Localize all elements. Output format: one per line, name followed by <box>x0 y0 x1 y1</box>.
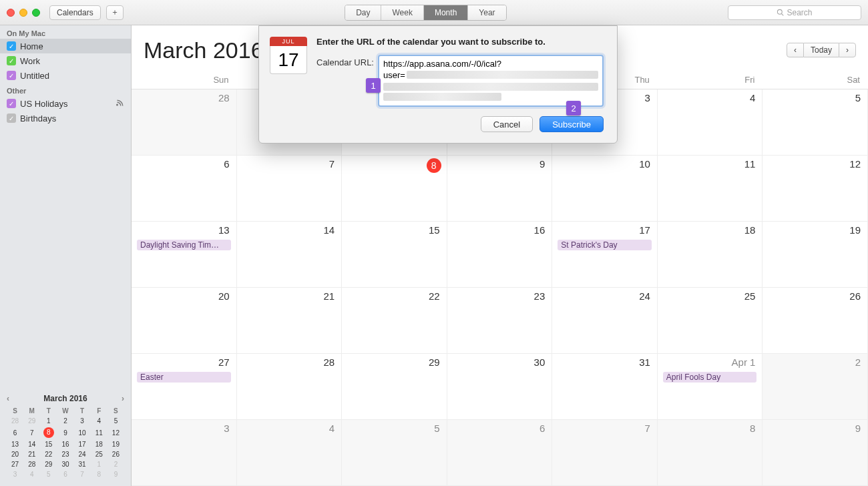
day-cell[interactable]: 11 <box>658 156 763 222</box>
day-cell[interactable]: 16 <box>447 222 553 288</box>
mini-prev-month[interactable]: ‹ <box>7 394 9 403</box>
day-cell[interactable]: 20 <box>132 288 237 354</box>
day-cell[interactable]: 19 <box>763 222 868 288</box>
calendar-url-input[interactable]: https://app.asana.com/-/0/ical? user= <box>378 55 604 107</box>
mini-day[interactable]: 27 <box>7 459 23 469</box>
mini-day[interactable]: 21 <box>23 449 40 459</box>
day-cell[interactable]: 7 <box>237 156 343 222</box>
mini-day[interactable]: 5 <box>107 416 124 426</box>
mini-day[interactable]: 19 <box>107 439 124 449</box>
view-week[interactable]: Week <box>381 5 423 20</box>
sidebar-item-home[interactable]: ✓Home <box>0 39 131 53</box>
search-input[interactable]: Search <box>728 5 861 20</box>
day-cell[interactable]: 17St Patrick's Day <box>552 222 658 288</box>
day-cell[interactable]: 9 <box>763 420 868 486</box>
day-cell[interactable]: 8 <box>342 156 447 222</box>
calendar-checkbox[interactable]: ✓ <box>7 99 16 108</box>
mini-day[interactable]: 23 <box>57 449 73 459</box>
day-cell[interactable]: 22 <box>342 288 447 354</box>
mini-next-month[interactable]: › <box>122 394 124 403</box>
prev-month-button[interactable]: ‹ <box>787 43 804 57</box>
calendar-checkbox[interactable]: ✓ <box>7 71 16 80</box>
mini-day[interactable]: 11 <box>91 426 107 439</box>
day-cell[interactable]: 27Easter <box>132 354 237 420</box>
next-month-button[interactable]: › <box>839 43 856 57</box>
mini-day[interactable]: 1 <box>91 459 107 469</box>
mini-day[interactable]: 18 <box>91 439 107 449</box>
calendar-checkbox[interactable]: ✓ <box>7 113 16 123</box>
day-cell[interactable]: 28 <box>132 89 237 156</box>
mini-day[interactable]: 9 <box>57 426 73 439</box>
day-cell[interactable]: 30 <box>447 354 553 420</box>
mini-day[interactable]: 5 <box>40 469 57 479</box>
day-cell[interactable]: 2 <box>763 354 868 420</box>
mini-day[interactable]: 17 <box>74 439 91 449</box>
mini-day[interactable]: 6 <box>7 426 23 439</box>
zoom-button[interactable] <box>32 9 40 17</box>
mini-day[interactable]: 4 <box>23 469 40 479</box>
mini-day[interactable]: 10 <box>74 426 91 439</box>
day-cell[interactable]: 12 <box>763 156 868 222</box>
mini-day[interactable]: 29 <box>23 416 40 426</box>
calendar-checkbox[interactable]: ✓ <box>7 41 16 51</box>
mini-day[interactable]: 7 <box>74 469 91 479</box>
view-year[interactable]: Year <box>468 5 505 20</box>
day-cell[interactable]: 18 <box>658 222 763 288</box>
day-cell[interactable]: 4 <box>658 89 763 156</box>
minimize-button[interactable] <box>19 9 27 17</box>
day-cell[interactable]: 31 <box>552 354 658 420</box>
mini-day[interactable]: 8 <box>91 469 107 479</box>
sidebar-item-us-holidays[interactable]: ✓US Holidays <box>0 96 131 111</box>
day-cell[interactable]: 13Daylight Saving Tim… <box>132 222 237 288</box>
day-cell[interactable]: 29 <box>342 354 447 420</box>
day-cell[interactable]: 6 <box>132 156 237 222</box>
mini-day[interactable]: 20 <box>7 449 23 459</box>
mini-day[interactable]: 28 <box>23 459 40 469</box>
view-day[interactable]: Day <box>345 5 381 20</box>
day-cell[interactable]: 24 <box>552 288 658 354</box>
day-cell[interactable]: 4 <box>237 420 343 486</box>
month-grid[interactable]: 282912345678910111213Daylight Saving Tim… <box>132 89 868 486</box>
day-cell[interactable]: 5 <box>763 89 868 156</box>
day-cell[interactable]: 9 <box>447 156 553 222</box>
event-chip[interactable]: Easter <box>137 372 231 383</box>
subscribe-button[interactable]: Subscribe <box>539 116 604 132</box>
event-chip[interactable]: Daylight Saving Tim… <box>137 240 231 250</box>
calendar-checkbox[interactable]: ✓ <box>7 56 16 65</box>
mini-day[interactable]: 31 <box>74 459 91 469</box>
mini-day[interactable]: 25 <box>91 449 107 459</box>
mini-day[interactable]: 2 <box>107 459 124 469</box>
day-cell[interactable]: 7 <box>552 420 658 486</box>
mini-day[interactable]: 14 <box>23 439 40 449</box>
mini-day[interactable]: 6 <box>57 469 73 479</box>
mini-day[interactable]: 3 <box>74 416 91 426</box>
mini-day[interactable]: 1 <box>40 416 57 426</box>
mini-day[interactable]: 28 <box>7 416 23 426</box>
mini-day[interactable]: 7 <box>23 426 40 439</box>
today-button[interactable]: Today <box>804 43 839 57</box>
mini-day[interactable]: 4 <box>91 416 107 426</box>
mini-day[interactable]: 9 <box>107 469 124 479</box>
day-cell[interactable]: 26 <box>763 288 868 354</box>
day-cell[interactable]: 3 <box>132 420 237 486</box>
day-cell[interactable]: 21 <box>237 288 343 354</box>
mini-day[interactable]: 8 <box>40 426 57 439</box>
mini-day[interactable]: 16 <box>57 439 73 449</box>
add-event-button[interactable]: ＋ <box>106 5 124 20</box>
mini-day[interactable]: 29 <box>40 459 57 469</box>
calendars-toggle-button[interactable]: Calendars <box>49 5 101 20</box>
day-cell[interactable]: Apr 1April Fools Day <box>658 354 763 420</box>
day-cell[interactable]: 25 <box>658 288 763 354</box>
mini-day[interactable]: 30 <box>57 459 73 469</box>
day-cell[interactable]: 10 <box>552 156 658 222</box>
mini-day[interactable]: 3 <box>7 469 23 479</box>
day-cell[interactable]: 8 <box>658 420 763 486</box>
event-chip[interactable]: April Fools Day <box>663 372 757 383</box>
day-cell[interactable]: 5 <box>342 420 447 486</box>
day-cell[interactable]: 14 <box>237 222 343 288</box>
mini-day[interactable]: 2 <box>57 416 73 426</box>
day-cell[interactable]: 15 <box>342 222 447 288</box>
mini-day[interactable]: 22 <box>40 449 57 459</box>
day-cell[interactable]: 23 <box>447 288 553 354</box>
mini-day[interactable]: 15 <box>40 439 57 449</box>
